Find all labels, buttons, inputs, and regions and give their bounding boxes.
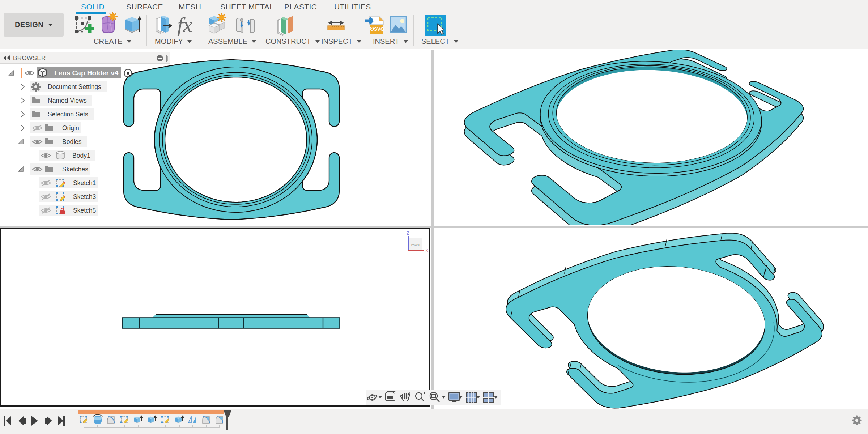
svg-text:Document Settings: Document Settings — [48, 83, 101, 90]
svg-text:SVG: SVG — [374, 26, 384, 32]
svg-text:Selection Sets: Selection Sets — [48, 111, 88, 118]
svg-text:X: X — [425, 248, 428, 253]
svg-text:Sketch5: Sketch5 — [73, 207, 96, 214]
svg-text:Sketch1: Sketch1 — [73, 179, 96, 187]
svg-text:Lens Cap Holder v4: Lens Cap Holder v4 — [54, 69, 119, 77]
svg-text:Body1: Body1 — [72, 152, 90, 159]
svg-text:Sketch3: Sketch3 — [73, 193, 96, 200]
svg-text:Sketches: Sketches — [62, 166, 88, 173]
svg-text:Z: Z — [407, 231, 409, 236]
svg-text:Bodies: Bodies — [62, 138, 82, 145]
svg-text:fx: fx — [177, 13, 192, 37]
svg-text:Named Views: Named Views — [48, 97, 87, 104]
svg-text:Origin: Origin — [62, 124, 79, 132]
